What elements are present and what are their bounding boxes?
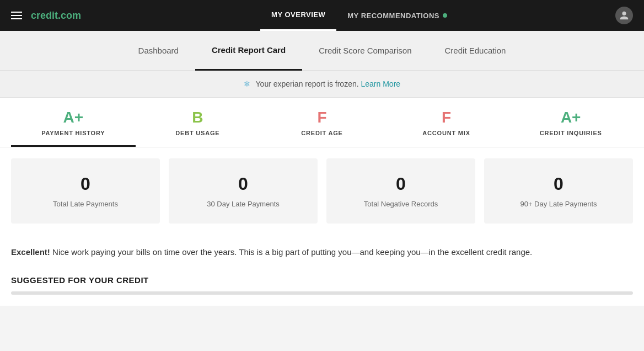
card-30-day-late: 0 30 Day Late Payments — [169, 158, 318, 224]
tab-credit-education[interactable]: Credit Education — [428, 31, 523, 71]
tab-credit-report-card[interactable]: Credit Report Card — [195, 31, 302, 71]
suggested-section: SUGGESTED FOR YOUR CREDIT — [0, 264, 644, 306]
notification-dot — [443, 13, 447, 18]
label-account-mix: ACCOUNT MIX — [422, 130, 470, 136]
label-credit-inquiries: CREDIT INQUIRIES — [540, 130, 602, 136]
grade-credit-inquiries: A+ — [561, 109, 581, 126]
brand-name-prefix: credit — [31, 10, 58, 21]
top-navigation: credit.com MY OVERVIEW MY RECOMMENDATION… — [0, 0, 644, 31]
score-tab-credit-inquiries[interactable]: A+ CREDIT INQUIRIES — [508, 98, 633, 147]
nav-my-overview[interactable]: MY OVERVIEW — [260, 0, 336, 31]
count-30-day-late: 0 — [238, 174, 248, 194]
card-total-late-payments: 0 Total Late Payments — [11, 158, 160, 224]
score-tab-payment-history[interactable]: A+ PAYMENT HISTORY — [11, 98, 136, 147]
description-bold: Excellent! — [11, 247, 50, 257]
count-total-late-payments: 0 — [80, 174, 90, 194]
snowflake-icon: ❄ — [244, 79, 250, 88]
score-tab-credit-age[interactable]: F CREDIT AGE — [260, 98, 384, 147]
main-nav: MY OVERVIEW MY RECOMMENDATIONS — [103, 0, 615, 31]
tab-dashboard[interactable]: Dashboard — [122, 31, 195, 71]
count-90-day-late: 0 — [554, 174, 564, 194]
secondary-navigation: Dashboard Credit Report Card Credit Scor… — [0, 31, 644, 71]
user-avatar[interactable] — [615, 7, 633, 24]
label-credit-age: CREDIT AGE — [301, 130, 342, 136]
grade-account-mix: F — [442, 109, 451, 126]
score-tab-debt-usage[interactable]: B DEBT USAGE — [136, 98, 260, 147]
card-total-negative-records: 0 Total Negative Records — [326, 158, 475, 224]
label-payment-history: PAYMENT HISTORY — [41, 130, 105, 136]
count-total-negative-records: 0 — [396, 174, 406, 194]
description-body: Nice work paying your bills on time over… — [52, 247, 532, 257]
label-total-negative-records: Total Negative Records — [364, 200, 438, 208]
label-debt-usage: DEBT USAGE — [175, 130, 219, 136]
brand-logo[interactable]: credit.com — [31, 10, 81, 22]
grade-payment-history: A+ — [63, 109, 84, 126]
suggested-bar — [11, 291, 633, 295]
learn-more-link[interactable]: Learn More — [361, 79, 400, 88]
metric-cards-area: 0 Total Late Payments 0 30 Day Late Paym… — [0, 147, 644, 235]
main-content: A+ PAYMENT HISTORY B DEBT USAGE F CREDIT… — [0, 98, 644, 306]
frozen-banner: ❄ Your experian report is frozen. Learn … — [0, 71, 644, 98]
hamburger-menu[interactable] — [11, 12, 22, 19]
score-tabs: A+ PAYMENT HISTORY B DEBT USAGE F CREDIT… — [0, 98, 644, 147]
nav-my-recommendations[interactable]: MY RECOMMENDATIONS — [336, 0, 458, 31]
label-total-late-payments: Total Late Payments — [53, 200, 118, 208]
brand-name-suffix: .com — [58, 10, 81, 21]
tab-credit-score-comparison[interactable]: Credit Score Comparison — [302, 31, 428, 71]
payment-history-description: Excellent! Nice work paying your bills o… — [0, 235, 644, 264]
grade-debt-usage: B — [192, 109, 203, 126]
label-30-day-late: 30 Day Late Payments — [207, 200, 280, 208]
user-icon — [619, 10, 629, 20]
score-tab-account-mix[interactable]: F ACCOUNT MIX — [384, 98, 509, 147]
suggested-title: SUGGESTED FOR YOUR CREDIT — [11, 275, 633, 285]
grade-credit-age: F — [317, 109, 326, 126]
card-90-day-late: 0 90+ Day Late Payments — [484, 158, 633, 224]
label-90-day-late: 90+ Day Late Payments — [520, 200, 597, 208]
